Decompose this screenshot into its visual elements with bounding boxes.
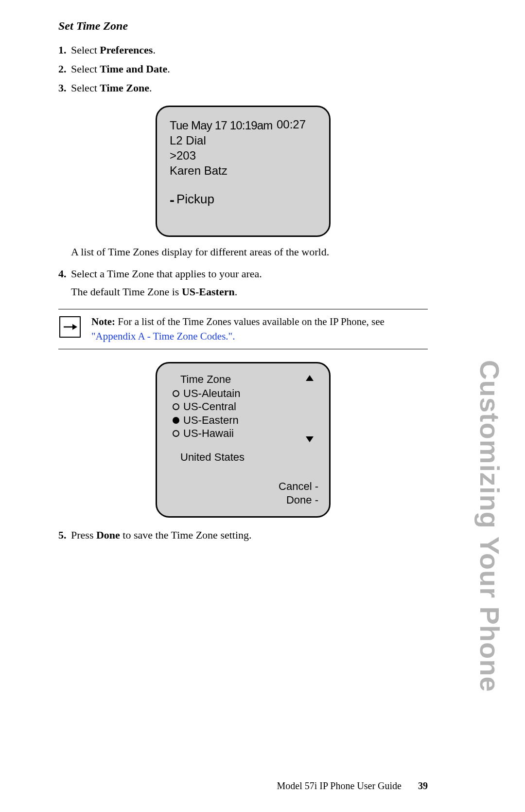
note-block: Note: For a list of the Time Zones value… xyxy=(58,314,428,344)
phone-screen-call: Tue May 17 10:19am 00:27 L2 Dial >203 Ka… xyxy=(156,106,331,237)
arrow-right-icon xyxy=(63,323,77,331)
step-text: Select xyxy=(71,63,100,75)
step-3: 3.Select Time Zone. xyxy=(58,79,428,96)
step-text-suffix: . xyxy=(167,63,170,75)
step-subtext: The default Time Zone is xyxy=(71,286,182,298)
step-number: 2. xyxy=(58,60,71,77)
step-text: Select xyxy=(71,82,100,94)
note-link[interactable]: "Appendix A - Time Zone Codes.". xyxy=(91,330,235,342)
timezone-option-label: US-Hawaii xyxy=(183,427,234,440)
phone-screen-timezone: Time Zone US-Aleutain US-Central US-East… xyxy=(156,362,331,518)
step-text-suffix: to save the Time Zone setting. xyxy=(120,529,252,541)
timezone-region: United States xyxy=(180,451,318,464)
timezone-option-label: US-Eastern xyxy=(183,414,239,427)
step-5: 5.Press Done to save the Time Zone setti… xyxy=(58,526,428,543)
chapter-side-title: Customizing Your Phone xyxy=(474,360,506,692)
step-3-followup: A list of Time Zones display for differe… xyxy=(71,244,428,260)
step-bold: Time and Date xyxy=(100,63,167,75)
step-bold: Done xyxy=(96,529,120,541)
footer-page-number: 39 xyxy=(418,780,428,791)
step-subtext-suffix: . xyxy=(235,286,238,298)
page-footer: Model 57i IP Phone User Guide39 xyxy=(58,780,428,792)
screen-call-duration: 00:27 xyxy=(277,118,306,131)
screen-caller-name: Karen Batz xyxy=(170,163,316,178)
step-1: 1.Select Preferences. xyxy=(58,41,428,58)
footer-guide-name: Model 57i IP Phone User Guide xyxy=(277,780,402,791)
step-text: Press xyxy=(71,529,96,541)
scroll-up-icon xyxy=(306,375,314,381)
note-text: Note: For a list of the Time Zones value… xyxy=(91,314,385,344)
pickup-label: Pickup xyxy=(176,192,214,206)
radio-filled-icon xyxy=(173,417,179,424)
screen-softkey-pickup: -Pickup xyxy=(170,192,316,208)
timezone-title: Time Zone xyxy=(180,373,318,386)
note-label: Note: xyxy=(91,316,115,327)
timezone-option-label: US-Central xyxy=(183,400,236,414)
step-text-suffix: . xyxy=(149,82,152,94)
step-number: 5. xyxy=(58,526,71,543)
timezone-option-label: US-Aleutain xyxy=(183,387,240,400)
note-body: For a list of the Time Zones values avai… xyxy=(115,316,385,327)
note-icon-box xyxy=(59,316,81,338)
radio-empty-icon xyxy=(173,430,179,437)
radio-empty-icon xyxy=(173,403,179,410)
timezone-option: US-Hawaii xyxy=(173,427,318,440)
screen-line-indicator: L2 Dial xyxy=(170,133,316,148)
step-bold: Preferences xyxy=(100,44,153,56)
section-heading: Set Time Zone xyxy=(58,19,428,33)
softkey-done: Done - xyxy=(279,493,318,507)
timezone-option-selected: US-Eastern xyxy=(173,414,318,427)
softkey-cancel: Cancel - xyxy=(279,480,318,494)
screen-dialed-number: >203 xyxy=(170,148,316,163)
step-subtext-bold: US-Eastern xyxy=(182,286,235,298)
step-text-suffix: . xyxy=(153,44,156,56)
step-number: 1. xyxy=(58,41,71,58)
step-bold: Time Zone xyxy=(100,82,149,94)
step-4: 4.Select a Time Zone that applies to you… xyxy=(58,265,428,300)
step-text: Select a Time Zone that applies to your … xyxy=(71,268,262,280)
dash-icon: - xyxy=(170,192,175,208)
svg-marker-1 xyxy=(72,324,77,330)
step-text: Select xyxy=(71,44,100,56)
step-2: 2.Select Time and Date. xyxy=(58,60,428,77)
step-number: 3. xyxy=(58,79,71,96)
step-number: 4. xyxy=(58,265,71,282)
timezone-option: US-Aleutain xyxy=(173,387,318,400)
timezone-option: US-Central xyxy=(173,400,318,414)
scroll-down-icon xyxy=(306,436,314,442)
radio-empty-icon xyxy=(173,390,179,397)
